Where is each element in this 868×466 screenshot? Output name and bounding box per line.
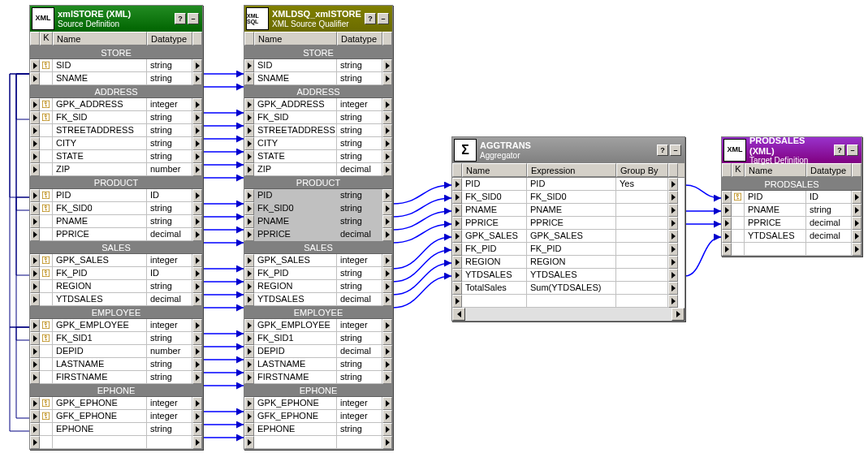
port-handle[interactable]	[30, 189, 40, 202]
port-handle[interactable]	[382, 410, 392, 423]
field-row[interactable]: FIRSTNAMEstring	[244, 371, 392, 384]
minimize-button[interactable]: –	[378, 13, 389, 24]
port-handle[interactable]	[382, 59, 392, 72]
port-handle[interactable]	[452, 178, 462, 191]
port-handle[interactable]	[244, 72, 254, 85]
port-handle[interactable]	[244, 150, 254, 163]
port-handle[interactable]	[30, 358, 40, 371]
panel-titlebar[interactable]: XML xmlSTORE (XML) Source Definition ? –	[30, 6, 202, 32]
field-row[interactable]: FK_SIDstring	[244, 111, 392, 124]
port-handle[interactable]	[722, 191, 732, 204]
source-definition-panel[interactable]: XML xmlSTORE (XML) Source Definition ? –…	[29, 5, 203, 450]
port-handle[interactable]	[30, 345, 40, 358]
port-handle[interactable]	[192, 150, 202, 163]
field-row[interactable]: ⚿FK_SIDstring	[30, 111, 202, 124]
port-handle[interactable]	[30, 280, 40, 293]
port-handle[interactable]	[452, 269, 462, 282]
field-row[interactable]: GPK_ADDRESSinteger	[244, 98, 392, 111]
field-row[interactable]: YTDSALESdecimal	[244, 293, 392, 306]
port-handle[interactable]	[244, 267, 254, 280]
port-handle[interactable]	[30, 254, 40, 267]
field-row[interactable]: PPRICEdecimal	[244, 228, 392, 241]
port-handle[interactable]	[722, 204, 732, 217]
port-handle[interactable]	[244, 397, 254, 410]
port-handle[interactable]	[452, 295, 462, 308]
port-handle[interactable]	[382, 215, 392, 228]
field-row[interactable]: ZIPdecimal	[244, 163, 392, 176]
help-button[interactable]: ?	[834, 145, 845, 156]
field-row[interactable]: EPHONEstring	[30, 423, 202, 436]
port-handle[interactable]	[382, 228, 392, 241]
panel-titlebar[interactable]: XML SQL XMLDSQ_xmlSTORE XML Source Quali…	[244, 6, 392, 32]
port-handle[interactable]	[452, 256, 462, 269]
port-handle[interactable]	[382, 280, 392, 293]
aggregator-panel[interactable]: Σ AGGTRANS Aggregator ? – Name Expressio…	[451, 136, 685, 321]
field-row[interactable]: YTDSALESdecimal	[30, 293, 202, 306]
port-handle[interactable]	[852, 217, 862, 230]
port-handle[interactable]	[452, 230, 462, 243]
field-row[interactable]: PPRICEdecimal	[30, 228, 202, 241]
field-row[interactable]: DEPIDdecimal	[244, 345, 392, 358]
port-handle[interactable]	[244, 59, 254, 72]
panel-titlebar[interactable]: Σ AGGTRANS Aggregator ? –	[452, 137, 684, 163]
port-handle[interactable]	[668, 204, 678, 217]
port-handle[interactable]	[722, 230, 732, 243]
port-handle[interactable]	[30, 436, 40, 449]
port-handle[interactable]	[192, 345, 202, 358]
help-button[interactable]: ?	[365, 13, 376, 24]
field-row[interactable]: GFK_EPHONEinteger	[244, 410, 392, 423]
field-row[interactable]: REGIONstring	[30, 280, 202, 293]
port-handle[interactable]	[192, 358, 202, 371]
scroll-left-button[interactable]	[452, 308, 465, 321]
source-qualifier-panel[interactable]: XML SQL XMLDSQ_xmlSTORE XML Source Quali…	[244, 5, 393, 450]
port-handle[interactable]	[382, 150, 392, 163]
target-definition-panel[interactable]: XML PRODSALES (XML) Target Definition ? …	[721, 136, 862, 257]
port-handle[interactable]	[192, 59, 202, 72]
field-row[interactable]: STATEstring	[30, 150, 202, 163]
port-handle[interactable]	[244, 137, 254, 150]
port-handle[interactable]	[30, 267, 40, 280]
port-handle[interactable]	[382, 332, 392, 345]
port-handle[interactable]	[668, 217, 678, 230]
port-handle[interactable]	[192, 332, 202, 345]
port-handle[interactable]	[192, 267, 202, 280]
port-handle[interactable]	[244, 332, 254, 345]
port-handle[interactable]	[192, 436, 202, 449]
field-row[interactable]: SNAMEstring	[30, 72, 202, 85]
port-handle[interactable]	[192, 202, 202, 215]
port-handle[interactable]	[192, 254, 202, 267]
port-handle[interactable]	[244, 345, 254, 358]
port-handle[interactable]	[668, 230, 678, 243]
port-handle[interactable]	[192, 137, 202, 150]
port-handle[interactable]	[722, 243, 732, 256]
port-handle[interactable]	[30, 98, 40, 111]
field-row[interactable]: REGIONstring	[244, 280, 392, 293]
port-handle[interactable]	[382, 111, 392, 124]
port-handle[interactable]	[244, 319, 254, 332]
port-handle[interactable]	[382, 436, 392, 449]
field-row[interactable]: PIDstring	[244, 189, 392, 202]
port-handle[interactable]	[192, 293, 202, 306]
horizontal-scrollbar[interactable]	[452, 308, 684, 321]
minimize-button[interactable]: –	[670, 145, 681, 156]
port-handle[interactable]	[382, 371, 392, 384]
field-row[interactable]: ⚿GPK_EPHONEinteger	[30, 397, 202, 410]
aggregator-row[interactable]: PNAMEPNAME	[452, 204, 684, 217]
port-handle[interactable]	[244, 98, 254, 111]
field-row[interactable]: ⚿GPK_ADDRESSinteger	[30, 98, 202, 111]
field-row[interactable]: CITYstring	[30, 137, 202, 150]
port-handle[interactable]	[452, 217, 462, 230]
field-row[interactable]: ⚿GPK_SALESinteger	[30, 254, 202, 267]
port-handle[interactable]	[382, 137, 392, 150]
field-row[interactable]: PNAMEstring	[722, 204, 862, 217]
minimize-button[interactable]: –	[847, 145, 858, 156]
port-handle[interactable]	[668, 269, 678, 282]
field-row[interactable]: FK_SID1string	[244, 332, 392, 345]
port-handle[interactable]	[852, 191, 862, 204]
port-handle[interactable]	[382, 163, 392, 176]
port-handle[interactable]	[244, 410, 254, 423]
port-handle[interactable]	[192, 111, 202, 124]
port-handle[interactable]	[30, 397, 40, 410]
port-handle[interactable]	[668, 243, 678, 256]
port-handle[interactable]	[382, 345, 392, 358]
